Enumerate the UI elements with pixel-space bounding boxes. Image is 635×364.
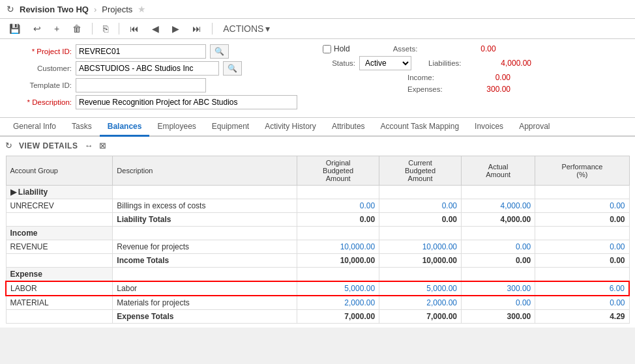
hold-checkbox[interactable] bbox=[323, 45, 331, 53]
last-button[interactable]: ⏭ bbox=[190, 22, 204, 35]
liability-total-actual: 4,000.00 bbox=[462, 213, 535, 227]
app-name: Revision Two HQ bbox=[20, 5, 89, 14]
expense-group-actual bbox=[462, 268, 535, 282]
refresh-icon[interactable]: ↻ bbox=[7, 4, 14, 14]
labor-desc: Labor bbox=[113, 281, 297, 296]
customer-search-button[interactable]: 🔍 bbox=[223, 61, 242, 76]
unrecrev-desc: Billings in excess of costs bbox=[113, 199, 297, 213]
expense-total-orig: 7,000.00 bbox=[297, 310, 379, 324]
view-details-button[interactable]: VIEW DETAILS bbox=[19, 141, 78, 150]
col-account-group: Account Group bbox=[6, 156, 113, 186]
liability-expand[interactable]: ▶ Liability bbox=[6, 186, 113, 199]
income-row: Income: 0.00 bbox=[407, 73, 510, 82]
actions-arrow-icon: ▾ bbox=[265, 23, 270, 34]
main-toolbar: 💾 ↩ + 🗑 ⎘ ⏮ ◀ ▶ ⏭ ACTIONS ▾ bbox=[0, 19, 635, 39]
liability-total-orig: 0.00 bbox=[297, 213, 379, 227]
liability-total-perf: 0.00 bbox=[535, 213, 629, 227]
customer-label: Customer: bbox=[13, 64, 72, 72]
description-input[interactable] bbox=[76, 95, 297, 109]
copy-button[interactable]: ⎘ bbox=[100, 22, 111, 35]
tab-equipment[interactable]: Equipment bbox=[204, 118, 257, 137]
actions-label: ACTIONS bbox=[223, 23, 263, 34]
table-body: ▶ Liability UNRECREV Billings in excess … bbox=[6, 186, 629, 324]
liability-desc bbox=[113, 186, 297, 199]
next-button[interactable]: ▶ bbox=[170, 22, 182, 35]
first-button[interactable]: ⏮ bbox=[127, 22, 141, 35]
material-actual: 0.00 bbox=[462, 296, 535, 310]
expenses-value: 300.00 bbox=[465, 85, 510, 94]
material-row: MATERIAL Materials for projects 2,000.00… bbox=[6, 296, 629, 310]
col-actual-amount: ActualAmount bbox=[462, 156, 535, 186]
actions-button[interactable]: ACTIONS ▾ bbox=[220, 22, 273, 35]
toolbar-divider-2 bbox=[119, 23, 119, 35]
save-button[interactable]: 💾 bbox=[7, 22, 23, 35]
income-total-curr: 10,000.00 bbox=[379, 254, 462, 268]
table-row: UNRECREV Billings in excess of costs 0.0… bbox=[6, 199, 629, 213]
revenue-account: REVENUE bbox=[6, 240, 113, 254]
material-orig: 2,000.00 bbox=[297, 296, 379, 310]
tab-attributes[interactable]: Attributes bbox=[324, 118, 373, 137]
form-left: Project ID: 🔍 Customer: 🔍 Template ID: D… bbox=[8, 44, 318, 112]
hold-label: Hold bbox=[334, 44, 350, 53]
tab-account-task-mapping[interactable]: Account Task Mapping bbox=[373, 118, 467, 137]
status-select[interactable]: Active Inactive bbox=[359, 56, 411, 70]
export-button[interactable]: ⊠ bbox=[99, 141, 106, 150]
fit-columns-button[interactable]: ↔ bbox=[84, 141, 93, 150]
expense-group-orig bbox=[297, 268, 379, 282]
liability-curr bbox=[379, 186, 462, 199]
income-label: Income: bbox=[407, 74, 460, 81]
top-bar: ↻ Revision Two HQ › Projects ★ bbox=[0, 0, 635, 19]
tab-balances[interactable]: Balances bbox=[100, 118, 150, 137]
liabilities-row: Liabilities: 4,000.00 bbox=[428, 59, 531, 68]
expense-group-desc bbox=[113, 268, 297, 282]
customer-input[interactable] bbox=[76, 61, 219, 76]
expand-arrow-icon: ▶ bbox=[10, 188, 16, 197]
tab-approval[interactable]: Approval bbox=[511, 118, 557, 137]
delete-button[interactable]: 🗑 bbox=[70, 22, 84, 35]
project-id-search-button[interactable]: 🔍 bbox=[210, 44, 229, 59]
content-toolbar: ↻ VIEW DETAILS ↔ ⊠ bbox=[5, 141, 630, 150]
col-performance: Performance(%) bbox=[535, 156, 629, 186]
revenue-actual: 0.00 bbox=[462, 240, 535, 254]
expense-expand[interactable]: Expense bbox=[6, 268, 113, 282]
project-id-input[interactable] bbox=[76, 44, 206, 59]
description-row: Description: bbox=[13, 95, 312, 109]
tab-employees[interactable]: Employees bbox=[149, 118, 203, 137]
group-row-income: Income bbox=[6, 227, 629, 240]
liability-total-group bbox=[6, 213, 113, 227]
unrecrev-curr: 0.00 bbox=[379, 199, 462, 213]
liabilities-label: Liabilities: bbox=[428, 59, 480, 67]
content-refresh-button[interactable]: ↻ bbox=[5, 141, 12, 150]
add-button[interactable]: + bbox=[52, 22, 62, 35]
tab-tasks[interactable]: Tasks bbox=[64, 118, 100, 137]
tab-general-info[interactable]: General Info bbox=[5, 118, 64, 137]
template-input[interactable] bbox=[76, 78, 206, 92]
income-total-perf: 0.00 bbox=[535, 254, 629, 268]
template-row: Template ID: bbox=[13, 78, 312, 92]
balances-table: Account Group Description OriginalBudget… bbox=[5, 156, 630, 324]
expense-group-curr bbox=[379, 268, 462, 282]
income-expand[interactable]: Income bbox=[6, 227, 113, 240]
customer-row: Customer: 🔍 bbox=[13, 61, 312, 76]
income-total-orig: 10,000.00 bbox=[297, 254, 379, 268]
liability-orig bbox=[297, 186, 379, 199]
tab-invoices[interactable]: Invoices bbox=[467, 118, 511, 137]
labor-orig: 5,000.00 bbox=[297, 281, 379, 296]
liability-total-curr: 0.00 bbox=[379, 213, 462, 227]
undo-button[interactable]: ↩ bbox=[31, 22, 44, 35]
expense-total-group bbox=[6, 310, 113, 324]
favorite-icon[interactable]: ★ bbox=[138, 4, 146, 14]
status-label: Status: bbox=[323, 59, 355, 67]
tab-activity-history[interactable]: Activity History bbox=[257, 118, 324, 137]
liability-totals-row: Liability Totals 0.00 0.00 4,000.00 0.00 bbox=[6, 213, 629, 227]
labor-curr: 5,000.00 bbox=[379, 281, 462, 296]
revenue-curr: 10,000.00 bbox=[379, 240, 462, 254]
prev-button[interactable]: ◀ bbox=[149, 22, 162, 35]
form-section: Project ID: 🔍 Customer: 🔍 Template ID: D… bbox=[0, 39, 635, 118]
expenses-row: Expenses: 300.00 bbox=[407, 85, 510, 94]
liability-perf bbox=[535, 186, 629, 199]
labor-account: LABOR bbox=[6, 281, 113, 296]
col-original-budgeted: OriginalBudgetedAmount bbox=[297, 156, 379, 186]
income-total-group bbox=[6, 254, 113, 268]
table-header-row: Account Group Description OriginalBudget… bbox=[6, 156, 629, 186]
